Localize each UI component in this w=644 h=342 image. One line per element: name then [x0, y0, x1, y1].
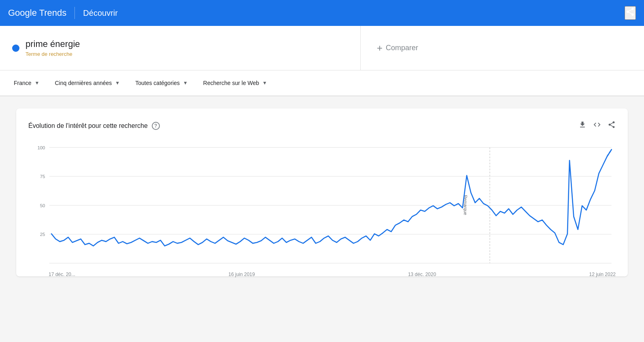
- filter-period[interactable]: Cinq dernières années ▼: [53, 76, 121, 89]
- compare-plus-icon: +: [377, 42, 383, 54]
- search-term: prime énergie: [26, 39, 80, 49]
- compare-button[interactable]: + Comparer: [377, 42, 418, 54]
- filter-country[interactable]: France ▼: [12, 76, 41, 89]
- header-divider: [74, 7, 75, 19]
- chart-area: 100 75 50 25 Remarque 17 déc. 20... 16 j…: [28, 139, 616, 268]
- search-text-group: prime énergie Terme de recherche: [26, 39, 80, 57]
- page-title: Découvrir: [83, 8, 118, 18]
- svg-text:25: 25: [40, 232, 45, 237]
- search-left: prime énergie Terme de recherche: [0, 26, 361, 70]
- chart-actions: [578, 121, 616, 131]
- filter-category[interactable]: Toutes catégories ▼: [134, 76, 189, 89]
- filter-type-label: Recherche sur le Web: [203, 80, 259, 86]
- filter-country-label: France: [14, 80, 32, 86]
- search-subtitle: Terme de recherche: [26, 51, 80, 57]
- search-right: + Comparer: [361, 26, 644, 70]
- embed-button[interactable]: [593, 121, 601, 131]
- x-label-3: 13 déc. 2020: [408, 272, 436, 277]
- search-area: prime énergie Terme de recherche + Compa…: [0, 26, 644, 70]
- share-button[interactable]: [625, 6, 636, 20]
- compare-label: Comparer: [386, 44, 418, 52]
- chevron-down-icon: ▼: [115, 80, 120, 86]
- x-label-2: 16 juin 2019: [228, 272, 255, 277]
- chevron-down-icon: ▼: [262, 80, 267, 86]
- trend-chart: 100 75 50 25 Remarque: [28, 139, 616, 268]
- chevron-down-icon: ▼: [35, 80, 40, 86]
- chart-header: Évolution de l'intérêt pour cette recher…: [28, 121, 616, 131]
- chart-card: Évolution de l'intérêt pour cette recher…: [16, 108, 628, 276]
- app-logo: Google Trends: [8, 8, 66, 18]
- chart-title: Évolution de l'intérêt pour cette recher…: [28, 122, 148, 130]
- svg-text:50: 50: [40, 203, 45, 208]
- chart-title-group: Évolution de l'intérêt pour cette recher…: [28, 122, 160, 130]
- svg-text:100: 100: [37, 145, 45, 150]
- main-content: Évolution de l'intérêt pour cette recher…: [0, 96, 644, 289]
- app-header: Google Trends Découvrir: [0, 0, 644, 26]
- help-icon[interactable]: ?: [152, 122, 160, 130]
- filter-type[interactable]: Recherche sur le Web ▼: [202, 76, 269, 89]
- filters-bar: France ▼ Cinq dernières années ▼ Toutes …: [0, 70, 644, 96]
- x-label-4: 12 juin 2022: [589, 272, 616, 277]
- share-chart-button[interactable]: [608, 121, 616, 131]
- svg-text:75: 75: [40, 174, 45, 179]
- x-label-1: 17 déc. 20...: [49, 272, 75, 277]
- filter-category-label: Toutes catégories: [135, 80, 180, 86]
- filter-period-label: Cinq dernières années: [55, 80, 112, 86]
- header-left: Google Trends Découvrir: [8, 7, 118, 19]
- download-button[interactable]: [578, 121, 587, 131]
- search-dot: [12, 45, 19, 52]
- chevron-down-icon: ▼: [183, 80, 188, 86]
